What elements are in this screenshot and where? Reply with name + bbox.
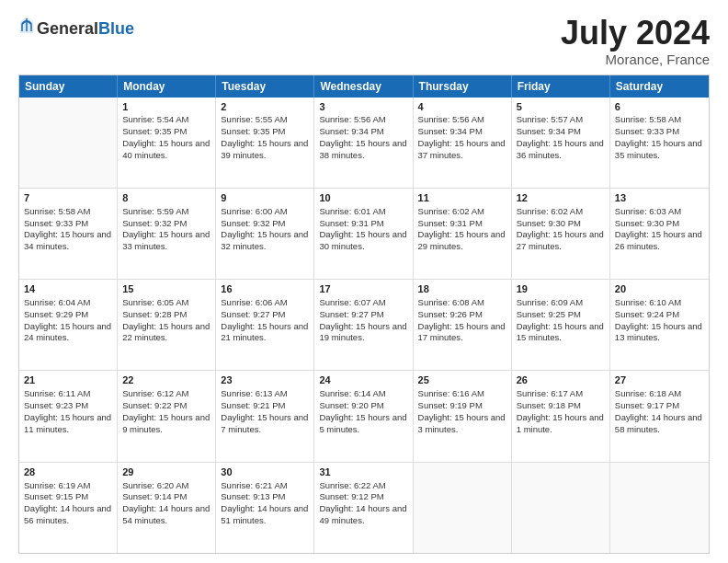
daylight-text: Daylight: 15 hours and 24 minutes. — [24, 321, 112, 345]
daylight-text: Daylight: 14 hours and 56 minutes. — [24, 503, 112, 527]
logo-text: GeneralBlue — [37, 20, 134, 37]
sunrise-text: Sunrise: 6:20 AM — [122, 480, 210, 492]
sunset-text: Sunset: 9:35 PM — [122, 126, 210, 138]
day-number: 18 — [418, 282, 506, 296]
calendar-cell — [610, 463, 709, 553]
sunrise-text: Sunrise: 5:57 AM — [517, 114, 605, 126]
logo-general: General — [37, 20, 98, 37]
day-number: 26 — [517, 373, 605, 387]
calendar-cell: 29Sunrise: 6:20 AMSunset: 9:14 PMDayligh… — [118, 463, 216, 553]
daylight-text: Daylight: 15 hours and 32 minutes. — [221, 229, 309, 253]
day-number: 17 — [319, 282, 407, 296]
daylight-text: Daylight: 15 hours and 21 minutes. — [221, 321, 309, 345]
calendar-cell: 4Sunrise: 5:56 AMSunset: 9:34 PMDaylight… — [414, 98, 512, 188]
daylight-text: Daylight: 15 hours and 13 minutes. — [615, 321, 704, 345]
sunrise-text: Sunrise: 6:21 AM — [221, 480, 309, 492]
calendar-cell: 21Sunrise: 6:11 AMSunset: 9:23 PMDayligh… — [19, 371, 118, 461]
calendar-cell: 26Sunrise: 6:17 AMSunset: 9:18 PMDayligh… — [512, 371, 610, 461]
month-title: July 2024 — [561, 15, 710, 52]
calendar-cell: 16Sunrise: 6:06 AMSunset: 9:27 PMDayligh… — [216, 280, 314, 370]
calendar-cell — [19, 98, 118, 188]
daylight-text: Daylight: 15 hours and 7 minutes. — [221, 412, 309, 436]
calendar-cell: 22Sunrise: 6:12 AMSunset: 9:22 PMDayligh… — [118, 371, 216, 461]
sunrise-text: Sunrise: 6:10 AM — [615, 297, 704, 309]
sunset-text: Sunset: 9:30 PM — [517, 218, 605, 230]
logo-blue: Blue — [98, 20, 134, 37]
day-number: 4 — [418, 100, 506, 114]
day-number: 5 — [517, 100, 605, 114]
sunset-text: Sunset: 9:25 PM — [517, 309, 605, 321]
day-number: 3 — [319, 100, 407, 114]
sunrise-text: Sunrise: 6:02 AM — [517, 206, 605, 218]
calendar-cell: 2Sunrise: 5:55 AMSunset: 9:35 PMDaylight… — [216, 98, 314, 188]
day-number: 6 — [615, 100, 704, 114]
sunset-text: Sunset: 9:23 PM — [24, 400, 112, 412]
daylight-text: Daylight: 14 hours and 49 minutes. — [319, 503, 407, 527]
daylight-text: Daylight: 15 hours and 19 minutes. — [319, 321, 407, 345]
calendar-cell: 1Sunrise: 5:54 AMSunset: 9:35 PMDaylight… — [118, 98, 216, 188]
calendar-cell: 5Sunrise: 5:57 AMSunset: 9:34 PMDaylight… — [512, 98, 610, 188]
sunrise-text: Sunrise: 6:03 AM — [615, 206, 704, 218]
daylight-text: Daylight: 15 hours and 30 minutes. — [319, 229, 407, 253]
calendar-cell — [414, 463, 512, 553]
sunset-text: Sunset: 9:34 PM — [418, 126, 506, 138]
daylight-text: Daylight: 14 hours and 58 minutes. — [615, 412, 704, 436]
sunset-text: Sunset: 9:31 PM — [418, 218, 506, 230]
calendar-row: 14Sunrise: 6:04 AMSunset: 9:29 PMDayligh… — [19, 280, 709, 371]
calendar-cell: 13Sunrise: 6:03 AMSunset: 9:30 PMDayligh… — [610, 189, 709, 279]
sunset-text: Sunset: 9:28 PM — [122, 309, 210, 321]
calendar-cell: 12Sunrise: 6:02 AMSunset: 9:30 PMDayligh… — [512, 189, 610, 279]
sunset-text: Sunset: 9:33 PM — [24, 218, 112, 230]
sunset-text: Sunset: 9:15 PM — [24, 491, 112, 503]
sunset-text: Sunset: 9:17 PM — [615, 400, 704, 412]
daylight-text: Daylight: 15 hours and 29 minutes. — [418, 229, 506, 253]
calendar-cell: 15Sunrise: 6:05 AMSunset: 9:28 PMDayligh… — [118, 280, 216, 370]
sunrise-text: Sunrise: 5:56 AM — [418, 114, 506, 126]
header-saturday: Saturday — [610, 75, 709, 98]
sunrise-text: Sunrise: 6:06 AM — [221, 297, 309, 309]
daylight-text: Daylight: 15 hours and 11 minutes. — [24, 412, 112, 436]
daylight-text: Daylight: 15 hours and 26 minutes. — [615, 229, 704, 253]
calendar-cell: 7Sunrise: 5:58 AMSunset: 9:33 PMDaylight… — [19, 189, 118, 279]
header-thursday: Thursday — [414, 75, 512, 98]
daylight-text: Daylight: 15 hours and 5 minutes. — [319, 412, 407, 436]
daylight-text: Daylight: 15 hours and 15 minutes. — [517, 321, 605, 345]
sunrise-text: Sunrise: 6:19 AM — [24, 480, 112, 492]
sunset-text: Sunset: 9:30 PM — [615, 218, 704, 230]
calendar-cell: 27Sunrise: 6:18 AMSunset: 9:17 PMDayligh… — [610, 371, 709, 461]
sunset-text: Sunset: 9:20 PM — [319, 400, 407, 412]
sunrise-text: Sunrise: 5:54 AM — [122, 114, 210, 126]
daylight-text: Daylight: 15 hours and 34 minutes. — [24, 229, 112, 253]
daylight-text: Daylight: 15 hours and 3 minutes. — [418, 412, 506, 436]
sunrise-text: Sunrise: 6:13 AM — [221, 388, 309, 400]
daylight-text: Daylight: 15 hours and 27 minutes. — [517, 229, 605, 253]
sunrise-text: Sunrise: 6:05 AM — [122, 297, 210, 309]
sunset-text: Sunset: 9:35 PM — [221, 126, 309, 138]
calendar-row: 28Sunrise: 6:19 AMSunset: 9:15 PMDayligh… — [19, 463, 709, 553]
calendar-cell: 14Sunrise: 6:04 AMSunset: 9:29 PMDayligh… — [19, 280, 118, 370]
day-number: 20 — [615, 282, 704, 296]
sunset-text: Sunset: 9:26 PM — [418, 309, 506, 321]
sunrise-text: Sunrise: 6:14 AM — [319, 388, 407, 400]
calendar-cell: 18Sunrise: 6:08 AMSunset: 9:26 PMDayligh… — [414, 280, 512, 370]
day-number: 10 — [319, 191, 407, 205]
day-number: 7 — [24, 191, 112, 205]
sunrise-text: Sunrise: 5:59 AM — [122, 206, 210, 218]
sunset-text: Sunset: 9:34 PM — [319, 126, 407, 138]
sunset-text: Sunset: 9:33 PM — [615, 126, 704, 138]
calendar-cell — [512, 463, 610, 553]
day-number: 2 — [221, 100, 309, 114]
sunset-text: Sunset: 9:29 PM — [24, 309, 112, 321]
sunrise-text: Sunrise: 5:56 AM — [319, 114, 407, 126]
sunrise-text: Sunrise: 6:16 AM — [418, 388, 506, 400]
calendar-header: Sunday Monday Tuesday Wednesday Thursday… — [19, 75, 709, 98]
calendar: Sunday Monday Tuesday Wednesday Thursday… — [18, 75, 710, 554]
logo-icon — [18, 15, 35, 35]
day-number: 22 — [122, 373, 210, 387]
sunrise-text: Sunrise: 6:01 AM — [319, 206, 407, 218]
day-number: 19 — [517, 282, 605, 296]
calendar-cell: 31Sunrise: 6:22 AMSunset: 9:12 PMDayligh… — [314, 463, 413, 553]
daylight-text: Daylight: 14 hours and 51 minutes. — [221, 503, 309, 527]
calendar-cell: 8Sunrise: 5:59 AMSunset: 9:32 PMDaylight… — [118, 189, 216, 279]
sunrise-text: Sunrise: 6:04 AM — [24, 297, 112, 309]
